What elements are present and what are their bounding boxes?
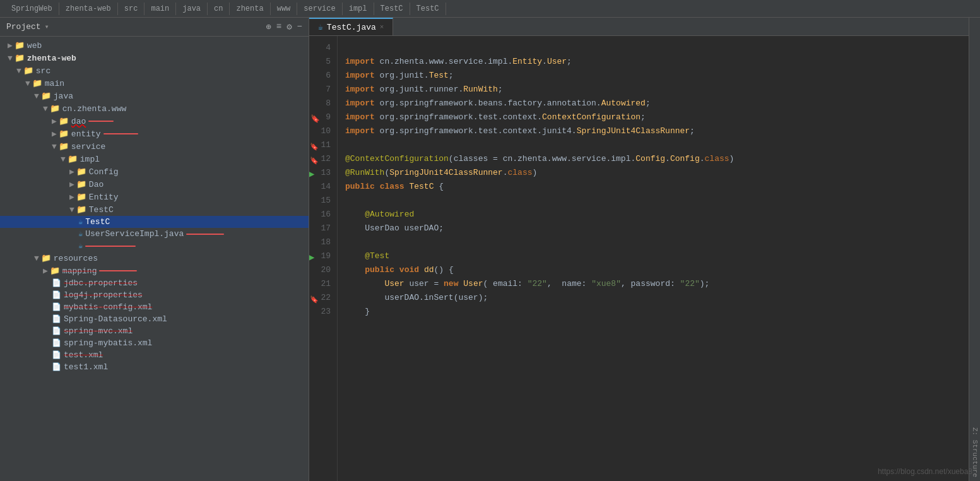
- tree-item-java[interactable]: ▼ 📁 java: [0, 90, 309, 102]
- tree-item-cnzhenta[interactable]: ▼ 📁 cn.zhenta.www: [0, 102, 309, 115]
- folder-icon-config: 📁: [76, 167, 86, 177]
- breadcrumb-java[interactable]: java: [176, 3, 208, 15]
- tree-item-service[interactable]: ▼ 📁 service: [0, 140, 309, 153]
- chevron-right-icon-entity: ▶: [52, 129, 57, 139]
- chevron-down-icon-cn: ▼: [43, 104, 48, 114]
- chevron-down-icon-service: ▼: [52, 142, 57, 151]
- line-11: 🔖11: [309, 138, 337, 152]
- chevron-right-icon-config: ▶: [69, 167, 74, 177]
- breadcrumb-www[interactable]: www: [271, 3, 298, 15]
- code-line-19: public void dd() {: [345, 265, 454, 275]
- code-area[interactable]: 4 5 6 7 8 🔖9 10 🔖11 🔖12 ▶13 14: [309, 36, 969, 481]
- line-9: 🔖9: [309, 110, 337, 124]
- tree-label-main: main: [45, 79, 64, 88]
- xml-icon-springmvc: 📄: [52, 326, 61, 336]
- tree-item-springmybatis[interactable]: 📄 spring-mybatis.xml: [0, 337, 309, 349]
- chevron-right-icon: ▶: [8, 40, 13, 50]
- editor-tabs: ☕ TestC.java ×: [309, 18, 969, 36]
- tree-item-testxml[interactable]: 📄 test.xml: [0, 349, 309, 361]
- tree-item-mapping[interactable]: ▶ 📁 mapping: [0, 264, 309, 277]
- tree-item-dao-folder[interactable]: ▶ 📁 Dao: [0, 178, 309, 191]
- structure-panel[interactable]: Z: Structure: [969, 18, 980, 481]
- breadcrumb-bar: SpringWeb zhenta-web src main java cn zh…: [0, 0, 980, 18]
- tab-testc[interactable]: ☕ TestC.java ×: [309, 18, 393, 35]
- code-line-4: import cn.zhenta.www.service.impl.Entity…: [345, 57, 572, 66]
- code-content[interactable]: import cn.zhenta.www.service.impl.Entity…: [338, 36, 969, 481]
- breadcrumb-main[interactable]: main: [145, 3, 176, 15]
- tree-label-web: web: [27, 41, 42, 50]
- tree-item-placeholder[interactable]: ☕: [0, 240, 309, 252]
- line-17: 17: [309, 222, 337, 235]
- folder-icon-dao: 📁: [59, 116, 69, 126]
- tree-item-entity[interactable]: ▶ 📁 entity: [0, 128, 309, 140]
- tree-item-entity-folder[interactable]: ▶ 📁 Entity: [0, 191, 309, 203]
- code-line-6: import org.junit.runner.RunWith;: [345, 85, 503, 94]
- code-line-13: public class TestC {: [345, 182, 444, 191]
- collapse-icon[interactable]: ≡: [276, 21, 281, 32]
- tree-item-config[interactable]: ▶ 📁 Config: [0, 165, 309, 178]
- tree-item-resources[interactable]: ▼ 📁 resources: [0, 252, 309, 264]
- breadcrumb-zhentaweb[interactable]: zhenta-web: [59, 3, 118, 15]
- gear-icon[interactable]: ⚙: [286, 21, 292, 32]
- tree-item-testc-folder[interactable]: ▼ 📁 TestC: [0, 203, 309, 216]
- code-line-14: [345, 196, 350, 205]
- tree-item-test1xml[interactable]: 📄 test1.xml: [0, 361, 309, 373]
- breadcrumb-springweb[interactable]: SpringWeb: [5, 3, 59, 15]
- breadcrumb-impl[interactable]: impl: [343, 3, 374, 15]
- breadcrumb-testc-folder[interactable]: TestC: [374, 3, 410, 15]
- folder-icon-daofolder: 📁: [76, 179, 86, 189]
- tree-item-log4j[interactable]: 📄 log4j.properties: [0, 289, 309, 301]
- file-tree: ▶ 📁 web ▼ 📁 zhenta-web ▼ 📁 src ▼: [0, 37, 309, 481]
- tree-item-zhentaweb[interactable]: ▼ 📁 zhenta-web: [0, 52, 309, 64]
- java-file-icon-3: ☕: [78, 241, 83, 251]
- tree-label-testxml: test.xml: [64, 350, 103, 360]
- chevron-down-icon-resources: ▼: [34, 254, 39, 263]
- line-8: 8: [309, 97, 337, 110]
- tree-item-web[interactable]: ▶ 📁 web: [0, 39, 309, 52]
- folder-icon-java: 📁: [41, 91, 51, 101]
- breadcrumb-cn[interactable]: cn: [208, 3, 230, 15]
- chevron-right-icon-dao: ▶: [52, 116, 57, 126]
- folder-icon-entity: 📁: [59, 129, 69, 139]
- java-file-icon: ☕: [78, 217, 83, 227]
- line-6: 6: [309, 69, 337, 83]
- tree-item-impl[interactable]: ▼ 📁 impl: [0, 153, 309, 165]
- chevron-right-icon-entityfolder: ▶: [69, 192, 74, 202]
- tree-item-jdbc[interactable]: 📄 jdbc.properties: [0, 277, 309, 289]
- props-icon-jdbc: 📄: [52, 278, 61, 288]
- breadcrumb-zhenta[interactable]: zhenta: [230, 3, 270, 15]
- folder-icon-main: 📁: [32, 78, 42, 88]
- line-15: 15: [309, 194, 337, 208]
- tree-label-userserviceimpl: UserServiceImpl.java: [85, 229, 184, 239]
- breadcrumb-src[interactable]: src: [118, 3, 145, 15]
- tree-label-springmvc: spring-mvc.xml: [64, 326, 133, 336]
- tree-label-entity-folder: Entity: [89, 193, 119, 202]
- locate-icon[interactable]: ⊕: [266, 21, 271, 32]
- line-13: ▶13: [309, 166, 337, 180]
- chevron-down-icon-impl: ▼: [61, 155, 66, 164]
- tree-item-mybatis[interactable]: 📄 mybatis-config.xml: [0, 301, 309, 313]
- code-line-11: @ContextConfiguration(classes = cn.zhent…: [345, 154, 734, 163]
- code-line-10: [345, 140, 350, 150]
- tree-label-mybatis: mybatis-config.xml: [64, 302, 152, 312]
- breadcrumb-testc-file[interactable]: TestC: [410, 3, 446, 15]
- tree-item-testc-file[interactable]: ☕ TestC: [0, 216, 309, 228]
- tree-item-springds[interactable]: 📄 Spring-Datasource.xml: [0, 313, 309, 325]
- tree-label-log4j: log4j.properties: [64, 290, 143, 300]
- java-tab-icon: ☕: [318, 22, 323, 32]
- line-16: 16: [309, 208, 337, 222]
- tree-item-springmvc[interactable]: 📄 spring-mvc.xml: [0, 325, 309, 337]
- code-line-12: @RunWith(SpringJUnit4ClassRunner.class): [345, 168, 537, 177]
- breadcrumb-service[interactable]: service: [297, 3, 342, 15]
- line-12: 🔖12: [309, 152, 337, 166]
- tab-close-icon[interactable]: ×: [380, 23, 384, 31]
- line-21: 21: [309, 277, 337, 291]
- chevron-down-icon-src: ▼: [16, 66, 21, 76]
- xml-icon-springds: 📄: [52, 314, 61, 324]
- line-22: 🔖22: [309, 291, 337, 305]
- tree-item-userserviceimpl[interactable]: ☕ UserServiceImpl.java: [0, 228, 309, 240]
- tree-item-dao[interactable]: ▶ 📁 dao: [0, 115, 309, 128]
- minimize-icon[interactable]: −: [297, 21, 302, 32]
- tree-item-src[interactable]: ▼ 📁 src: [0, 64, 309, 77]
- tree-item-main[interactable]: ▼ 📁 main: [0, 77, 309, 90]
